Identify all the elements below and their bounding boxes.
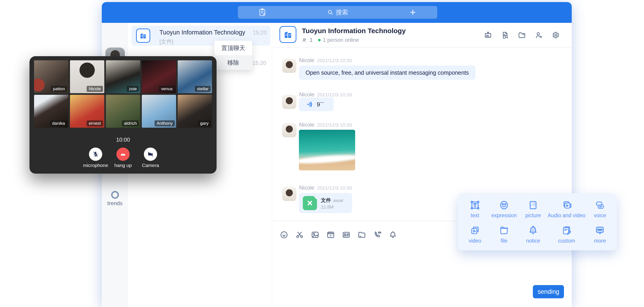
popover-item-custom[interactable]: custom: [548, 222, 586, 247]
camera-label: Camera: [134, 163, 166, 168]
participant-tile: danika: [34, 95, 68, 128]
file-size: 12.8M: [321, 204, 334, 210]
participant-name: danika: [50, 120, 67, 126]
contact-card-icon[interactable]: [342, 230, 351, 239]
participant-name: Nicole: [87, 86, 103, 92]
group-avatar: [280, 26, 296, 43]
sender-avatar[interactable]: [282, 123, 296, 137]
voice-wave-icon: [307, 101, 314, 108]
image-message-beach-photo[interactable]: [299, 130, 355, 170]
file-icon: [498, 225, 510, 236]
search-input[interactable]: 搜索: [327, 8, 348, 16]
participant-name: patton: [51, 86, 67, 92]
trends-label: trends: [102, 200, 128, 207]
participant-tile: Nicole: [70, 60, 104, 93]
message-meta: Nicole2021/12/3 10:33: [299, 91, 352, 98]
chat-header-tools: [484, 31, 560, 39]
screenshot-scissors-icon[interactable]: [295, 230, 304, 239]
online-dot: [318, 39, 321, 41]
search-icon: [327, 9, 334, 15]
excel-file-icon: [303, 196, 317, 210]
popover-item-video[interactable]: video: [460, 222, 490, 247]
notice-bell-icon: [528, 225, 538, 236]
custom-icon: [561, 225, 572, 236]
file-folder-icon[interactable]: [357, 230, 366, 239]
popover-item-file[interactable]: file: [490, 222, 518, 247]
participant-name: gary: [198, 120, 211, 126]
microphone-label: microphone: [80, 163, 112, 168]
folder-icon[interactable]: [518, 31, 526, 39]
composer-toolbar: [280, 230, 398, 239]
top-bar: 搜索 +: [102, 2, 572, 23]
add-button[interactable]: +: [408, 8, 417, 17]
more-icon: [594, 225, 605, 236]
voice-message-bubble[interactable]: 9``: [299, 97, 334, 111]
hang-up-icon[interactable]: [116, 148, 130, 161]
call-timer: 10:00: [30, 137, 216, 143]
voice-duration: 9``: [317, 101, 324, 108]
participant-tile: ernest: [70, 95, 104, 128]
audio-video-icon: [561, 200, 572, 211]
message-meta: Nicole2021/12/3 10:33: [299, 57, 352, 63]
participant-tile: gary: [178, 95, 212, 128]
expression-icon: [498, 200, 510, 211]
message-time: 2021/12/3 10:33: [317, 58, 352, 63]
menu-item-pin-chat[interactable]: 置顶聊天: [214, 41, 252, 55]
picture-icon[interactable]: [310, 230, 320, 239]
participant-name: ernest: [87, 120, 103, 126]
menu-item-remove[interactable]: 移除: [214, 55, 252, 70]
notification-bell-icon[interactable]: [388, 230, 398, 239]
chat-title: Tuoyun Information Technology: [302, 27, 406, 35]
search-placeholder: 搜索: [336, 8, 348, 16]
conversation-preview: [文件]: [160, 38, 173, 45]
video-call-icon[interactable]: [373, 230, 382, 239]
popover-item-notice[interactable]: notice: [519, 222, 548, 247]
popover-item-voice[interactable]: voice: [586, 196, 614, 222]
participant-tile: aldrich: [106, 95, 140, 128]
text-icon: [470, 200, 480, 211]
participant-name: venus: [159, 86, 175, 92]
chat-header: Tuoyun Information Technology 1 1 person…: [272, 23, 572, 47]
participant-name: aldrich: [122, 120, 139, 126]
online-status: 1 person online: [323, 37, 359, 43]
participant-grid: patton Nicole zoie venus stellar danika …: [34, 60, 212, 128]
participant-tile: Anthony: [142, 95, 176, 128]
settings-gear-icon[interactable]: [552, 31, 560, 39]
notice-board-icon[interactable]: [484, 31, 492, 39]
message-meta: Nicole2021/12/3 10:33: [299, 185, 352, 191]
text-message-bubble[interactable]: Open source, free, and universal instant…: [299, 65, 476, 80]
member-count: 1: [310, 37, 312, 43]
sender-avatar[interactable]: [282, 59, 296, 73]
camera-control[interactable]: Camera: [134, 148, 166, 168]
microphone-control[interactable]: microphone: [80, 148, 112, 168]
popover-item-expression[interactable]: expression: [490, 196, 518, 222]
popover-item-audio-video[interactable]: Audio and video: [548, 196, 586, 222]
sender-avatar[interactable]: [282, 187, 296, 201]
microphone-muted-icon[interactable]: [89, 148, 102, 161]
file-name: 文件 .excel: [321, 197, 343, 204]
video-icon: [470, 225, 480, 236]
emoji-icon[interactable]: [280, 230, 288, 239]
nav-item-trends[interactable]: trends: [102, 191, 128, 207]
conversation-time: 15:20: [252, 60, 266, 66]
popover-item-text[interactable]: text: [460, 196, 490, 222]
sender-name: Nicole: [299, 121, 314, 128]
chat-search-icon[interactable]: [501, 31, 509, 39]
file-message-bubble[interactable]: 文件 .excel 12.8M: [299, 193, 352, 213]
chat-subtitle: 1 1 person online: [302, 37, 359, 43]
search-bar[interactable]: 搜索 +: [238, 6, 437, 19]
camera-off-icon[interactable]: [144, 148, 157, 161]
popover-item-picture[interactable]: picture: [519, 196, 548, 222]
message-type-popover: text expression picture: [458, 193, 617, 250]
video-clapper-icon[interactable]: [326, 230, 335, 239]
message-meta: Nicole2021/12/3 10:33: [299, 121, 352, 128]
clipboard-edit-icon[interactable]: [258, 8, 267, 17]
add-member-icon[interactable]: [535, 31, 543, 39]
send-button[interactable]: sending: [533, 285, 564, 298]
participant-name: zoie: [127, 86, 139, 92]
hang-up-control[interactable]: hang up: [107, 148, 139, 168]
sender-avatar[interactable]: [282, 95, 296, 109]
message-time: 2021/12/3 10:33: [317, 122, 352, 127]
popover-item-more[interactable]: more: [586, 222, 614, 247]
participant-tile: patton: [34, 60, 68, 93]
